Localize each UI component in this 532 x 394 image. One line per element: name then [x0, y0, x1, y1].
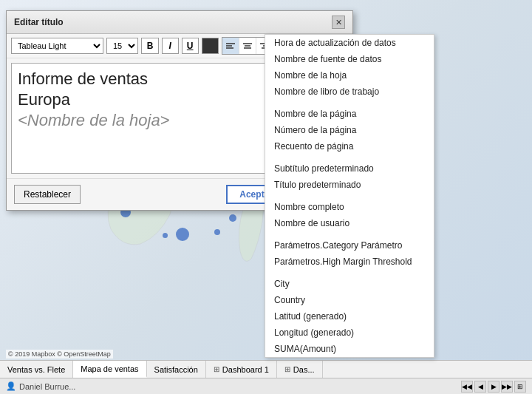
menu-item[interactable]: Número de la página — [265, 122, 434, 138]
italic-button[interactable]: I — [162, 38, 179, 54]
menu-item[interactable]: Nombre de libro de trabajo — [265, 84, 434, 100]
size-select[interactable]: 15 — [106, 38, 139, 54]
menu-item[interactable]: Latitud (generado) — [265, 308, 434, 325]
tab-ventas-flete[interactable]: Ventas vs. Flete — [0, 361, 73, 378]
menu-separator — [265, 231, 434, 237]
nav-next[interactable]: ▶ — [488, 381, 499, 393]
map-dot — [176, 228, 189, 241]
bold-button[interactable]: B — [141, 38, 158, 54]
restablecer-button[interactable]: Restablecer — [14, 185, 81, 204]
tab-label: Dashboard 1 — [222, 365, 269, 374]
tab-label: Mapa de ventas — [81, 364, 138, 373]
tab-label: Ventas vs. Flete — [7, 365, 65, 374]
menu-item[interactable]: City — [265, 276, 434, 292]
dialog-titlebar: Editar título ✕ — [7, 11, 352, 34]
tab-label: Satisfacción — [154, 365, 198, 374]
menu-item[interactable]: Nombre completo — [265, 199, 434, 215]
nav-grid[interactable]: ⊞ — [514, 381, 526, 393]
menu-item[interactable]: Nombre de fuente de datos — [265, 51, 434, 67]
underline-button[interactable]: U — [182, 38, 199, 54]
font-select[interactable]: Tableau Light — [11, 38, 103, 54]
tab-satisfaccion[interactable]: Satisfacción — [147, 361, 206, 378]
menu-item[interactable]: Nombre de usuario — [265, 215, 434, 231]
user-icon: 👤 — [6, 381, 16, 391]
menu-item[interactable]: Título predeterminado — [265, 177, 434, 193]
dashboard-icon2: ⊞ — [284, 365, 290, 373]
dialog-close-button[interactable]: ✕ — [332, 16, 345, 29]
menu-item[interactable]: Nombre de la página — [265, 106, 434, 122]
dashboard-icon: ⊞ — [214, 365, 219, 373]
menu-item[interactable]: Hora de actualización de datos — [265, 35, 434, 51]
tab-dashboard1[interactable]: ⊞ Dashboard 1 — [206, 361, 277, 378]
tabs-bar: Ventas vs. Flete Mapa de ventas Satisfac… — [0, 360, 532, 378]
status-nav: ◀◀ ◀ ▶ ▶▶ ⊞ — [461, 381, 526, 393]
map-copyright: © 2019 Mapbox © OpenStreetMap — [6, 350, 113, 359]
menu-item[interactable]: Country — [265, 292, 434, 308]
map-dot — [229, 214, 236, 222]
dialog-title: Editar título — [14, 17, 64, 27]
nav-prev[interactable]: ◀ — [474, 381, 486, 393]
menu-item[interactable]: Parámetros.High Margin Threshold — [265, 254, 434, 270]
tab-das[interactable]: ⊞ Das... — [277, 361, 323, 378]
tab-mapa-ventas[interactable]: Mapa de ventas — [73, 361, 146, 378]
menu-separator — [265, 100, 434, 106]
menu-item[interactable]: Nombre de la hoja — [265, 67, 434, 84]
map-dot — [214, 229, 220, 235]
nav-first[interactable]: ◀◀ — [461, 381, 473, 393]
nav-last[interactable]: ▶▶ — [501, 381, 513, 393]
menu-item[interactable]: SUMA(Amount) — [265, 341, 434, 357]
align-center-button[interactable] — [239, 38, 256, 54]
menu-item[interactable]: Subtítulo predeterminado — [265, 160, 434, 177]
status-bar: 👤 Daniel Burrue... ◀◀ ◀ ▶ ▶▶ ⊞ — [0, 378, 532, 394]
menu-item[interactable]: Parámetros.Category Parámetro — [265, 237, 434, 254]
menu-item[interactable]: Recuento de página — [265, 138, 434, 154]
menu-item[interactable]: Longitud (generado) — [265, 325, 434, 341]
menu-separator — [265, 193, 434, 199]
map-dot — [163, 233, 168, 238]
color-button[interactable] — [202, 38, 219, 54]
insert-dropdown-menu: Hora de actualización de datosNombre de … — [265, 34, 434, 358]
align-left-button[interactable] — [222, 38, 239, 54]
menu-separator — [265, 154, 434, 160]
user-name: Daniel Burrue... — [19, 382, 75, 391]
menu-separator — [265, 270, 434, 276]
tab-label: Das... — [293, 365, 315, 374]
